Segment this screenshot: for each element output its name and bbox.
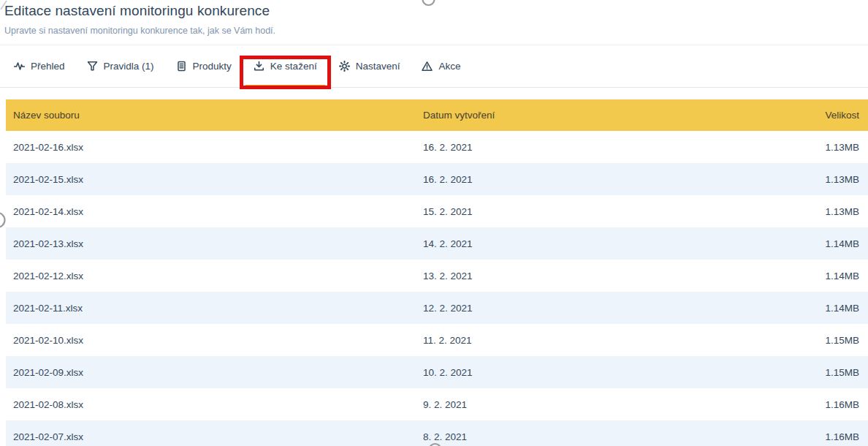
file-name: 2021-02-11.xlsx [6, 303, 416, 314]
tab-label: Ke stažení [270, 61, 317, 72]
download-icon [254, 61, 264, 72]
tab-akce[interactable]: Akce [414, 45, 468, 87]
table-row[interactable]: 2021-02-10.xlsx 11. 2. 2021 1.15MB [6, 324, 868, 356]
tab-ke-stazeni[interactable]: Ke stažení [245, 45, 325, 87]
tab-pravidla[interactable]: Pravidla (1) [79, 45, 162, 87]
tab-prehled[interactable]: Přehled [6, 45, 73, 87]
file-name: 2021-02-13.xlsx [6, 238, 416, 249]
table-row[interactable]: 2021-02-12.xlsx 13. 2. 2021 1.14MB [6, 260, 868, 292]
file-size: 1.15MB [773, 335, 868, 346]
file-date: 11. 2. 2021 [416, 335, 773, 346]
warning-icon [422, 61, 433, 72]
tab-produkty[interactable]: Produkty [168, 45, 240, 87]
file-date: 10. 2. 2021 [416, 367, 773, 378]
file-name: 2021-02-09.xlsx [6, 367, 416, 378]
page-subtitle: Upravte si nastavení monitoringu konkure… [4, 26, 868, 36]
page-title: Editace nastavení monitoringu konkurence [4, 3, 868, 19]
file-name: 2021-02-10.xlsx [6, 335, 416, 346]
tab-nastaveni[interactable]: Nastavení [331, 45, 408, 87]
table-row[interactable]: 2021-02-13.xlsx 14. 2. 2021 1.14MB [6, 227, 868, 260]
file-size: 1.13MB [773, 206, 868, 217]
column-header-date: Datum vytvoření [416, 110, 773, 121]
column-header-size: Velikost [773, 110, 868, 121]
gear-icon [339, 61, 350, 72]
file-date: 9. 2. 2021 [416, 399, 773, 410]
products-list-icon [176, 61, 187, 72]
file-size: 1.15MB [773, 367, 868, 378]
file-date: 16. 2. 2021 [416, 142, 773, 153]
file-date: 15. 2. 2021 [416, 206, 773, 217]
file-size: 1.13MB [773, 174, 868, 185]
table-row[interactable]: 2021-02-07.xlsx 8. 2. 2021 1.16MB [6, 420, 868, 446]
tab-label: Nastavení [356, 61, 400, 72]
page-header: Editace nastavení monitoringu konkurence… [0, 0, 868, 45]
file-size: 1.16MB [773, 431, 868, 442]
tab-label: Přehled [31, 61, 65, 72]
file-name: 2021-02-07.xlsx [6, 431, 416, 442]
tab-label: Pravidla (1) [104, 61, 154, 72]
file-name: 2021-02-08.xlsx [6, 399, 416, 410]
tab-label: Produkty [193, 61, 232, 72]
table-row[interactable]: 2021-02-08.xlsx 9. 2. 2021 1.16MB [6, 388, 868, 420]
file-date: 12. 2. 2021 [416, 303, 773, 314]
tab-label: Akce [438, 61, 460, 72]
file-name: 2021-02-16.xlsx [6, 142, 416, 153]
table-row[interactable]: 2021-02-15.xlsx 16. 2. 2021 1.13MB [6, 163, 868, 195]
file-size: 1.13MB [773, 142, 868, 153]
table-header-row: Název souboru Datum vytvoření Velikost [6, 99, 868, 131]
file-name: 2021-02-15.xlsx [6, 174, 416, 185]
table-row[interactable]: 2021-02-14.xlsx 15. 2. 2021 1.13MB [6, 195, 868, 227]
filter-icon [87, 61, 98, 72]
file-date: 13. 2. 2021 [416, 271, 773, 281]
table-row[interactable]: 2021-02-09.xlsx 10. 2. 2021 1.15MB [6, 356, 868, 388]
file-size: 1.14MB [773, 271, 868, 281]
file-date: 8. 2. 2021 [416, 431, 773, 442]
activity-icon [14, 61, 25, 72]
downloads-table: Název souboru Datum vytvoření Velikost 2… [6, 99, 868, 446]
table-row[interactable]: 2021-02-11.xlsx 12. 2. 2021 1.14MB [6, 292, 868, 324]
file-size: 1.14MB [773, 238, 868, 249]
file-size: 1.16MB [773, 399, 868, 410]
file-size: 1.14MB [773, 303, 868, 314]
tab-bar: Přehled Pravidla (1) Produkty [0, 45, 868, 88]
file-name: 2021-02-14.xlsx [6, 206, 416, 217]
file-date: 16. 2. 2021 [416, 174, 773, 185]
table-row[interactable]: 2021-02-16.xlsx 16. 2. 2021 1.13MB [6, 131, 868, 163]
file-date: 14. 2. 2021 [416, 238, 773, 249]
file-name: 2021-02-12.xlsx [6, 271, 416, 281]
column-header-filename: Název souboru [6, 110, 416, 121]
